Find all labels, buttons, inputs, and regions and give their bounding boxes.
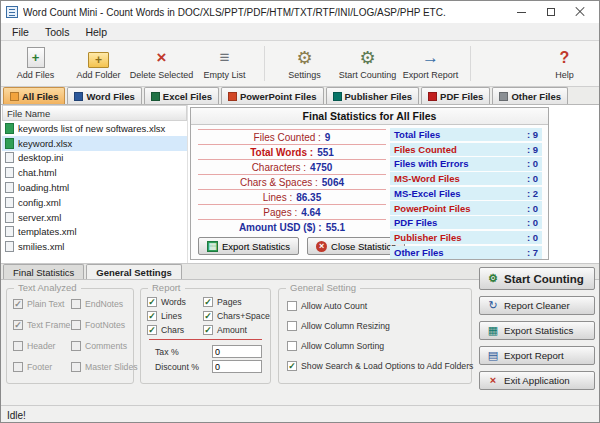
checkbox-amount[interactable]: ✓Amount (203, 325, 270, 335)
file-name: chat.html (18, 167, 57, 178)
list-item[interactable]: keyword.xlsx (2, 136, 187, 151)
report-cleaner-button[interactable]: ↻ Report Cleaner (479, 296, 595, 315)
report-cleaner-label: Report Cleaner (504, 300, 570, 311)
file-name: desktop.ini (18, 152, 63, 163)
checkbox-footnotes[interactable]: FootNotes (71, 320, 138, 330)
maximize-button[interactable] (536, 2, 565, 22)
delete-selected-label: Delete Selected (130, 70, 194, 80)
checkbox-text-frame[interactable]: ✓Text Frame (13, 320, 71, 330)
checkbox-allow-column-sorting[interactable]: Allow Column Sorting (287, 341, 465, 351)
checkbox-master-slides[interactable]: Master Slides (71, 362, 138, 372)
file-icon (5, 182, 14, 193)
tax-label: Tax % (155, 347, 179, 357)
checkbox-box (13, 341, 23, 351)
checkbox-chars-space[interactable]: ✓Chars+Space (203, 311, 270, 321)
help-button[interactable]: ? Help (533, 43, 596, 84)
checkbox-plain-text[interactable]: ✓Plain Text (13, 299, 71, 309)
start-counting-icon: ⚙ (356, 46, 380, 69)
list-item[interactable]: loading.html (2, 180, 187, 195)
action-buttons: ⚙ Start Counting ↻ Report Cleaner ▦ Expo… (479, 267, 595, 390)
app-window: Word Count Mini - Count Words in DOC/XLS… (0, 0, 600, 423)
export-statistics-action-button[interactable]: ▦ Export Statistics (479, 321, 595, 340)
toolbar-separator (264, 46, 265, 81)
export-report-action-button[interactable]: ▤ Export Report (479, 346, 595, 365)
close-statistics-icon: × (316, 241, 327, 252)
export-statistics-button[interactable]: ▦ Export Statistics (198, 237, 299, 255)
start-counting-action-button[interactable]: ⚙ Start Counting (479, 267, 595, 290)
file-type-stat-row: Total Files: 9 (390, 128, 542, 141)
status-text: Idle! (7, 410, 26, 421)
file-type-stat-row: Files Counted: 9 (390, 143, 542, 156)
export-report-button[interactable]: → Export Report (399, 43, 462, 84)
tax-input[interactable] (212, 345, 262, 358)
tab-label: Other Files (511, 91, 561, 102)
empty-list-icon: ≡ (213, 46, 237, 69)
start-counting-icon: ⚙ (487, 273, 499, 284)
checkbox-box: ✓ (203, 297, 213, 307)
tab-pdf-files[interactable]: PDF Files (421, 87, 490, 104)
checkbox-endnotes[interactable]: EndNotes (71, 299, 138, 309)
stat-row: Total Words :551 (198, 145, 386, 160)
add-files-button[interactable]: + Add Files (4, 43, 67, 84)
excel-file-icon (5, 123, 14, 134)
gear-icon: ⚙ (293, 46, 317, 69)
word-icon (74, 92, 83, 101)
excel-file-icon (5, 138, 14, 149)
checkbox-comments[interactable]: Comments (71, 341, 138, 351)
list-item[interactable]: chat.html (2, 165, 187, 180)
delete-selected-button[interactable]: × Delete Selected (130, 43, 193, 84)
list-item[interactable]: keywords list of new softwares.xlsx (2, 121, 187, 136)
discount-input[interactable] (212, 360, 262, 373)
tab-powerpoint-files[interactable]: PowerPoint Files (221, 87, 324, 104)
list-item[interactable]: server.xml (2, 210, 187, 225)
tax-row: Tax % (141, 343, 270, 358)
list-item[interactable]: config.xml (2, 195, 187, 210)
minimize-button[interactable] (507, 2, 536, 22)
file-name: loading.html (18, 182, 69, 193)
tab-final-statistics[interactable]: Final Statistics (3, 264, 84, 279)
settings-button[interactable]: ⚙ Settings (273, 43, 336, 84)
checkbox-box: ✓ (287, 361, 297, 371)
report-group: Report ✓Words ✓Pages ✓Lines ✓Chars+Space… (140, 288, 271, 384)
empty-list-button[interactable]: ≡ Empty List (193, 43, 256, 84)
checkbox-words[interactable]: ✓Words (147, 297, 203, 307)
tab-word-files[interactable]: Word Files (67, 87, 141, 104)
toolbar-spacer (479, 43, 533, 84)
tab-label: PowerPoint Files (240, 91, 317, 102)
menu-help[interactable]: Help (77, 24, 115, 40)
tab-label: PDF Files (440, 91, 483, 102)
checkbox-allow-auto-count[interactable]: Allow Auto Count (287, 301, 465, 311)
file-name: keyword.xlsx (18, 138, 72, 149)
tab-all-files[interactable]: All Files (3, 87, 65, 104)
list-item[interactable]: templates.xml (2, 225, 187, 240)
checkbox-box: ✓ (147, 325, 157, 335)
file-name: smilies.xml (18, 241, 64, 252)
tab-other-files[interactable]: Other Files (492, 87, 568, 104)
tab-general-settings[interactable]: General Settings (86, 264, 182, 279)
add-file-icon: + (27, 47, 45, 68)
list-item[interactable]: smilies.xml (2, 239, 187, 254)
file-type-statistics: Total Files: 9 Files Counted: 9 Files wi… (390, 128, 542, 259)
tab-label: Word Files (86, 91, 134, 102)
checkbox-lines[interactable]: ✓Lines (147, 311, 203, 321)
tab-publisher-files[interactable]: Publisher Files (326, 87, 420, 104)
checkbox-pages[interactable]: ✓Pages (203, 297, 270, 307)
checkbox-footer[interactable]: Footer (13, 362, 71, 372)
file-list-header[interactable]: File Name (2, 105, 187, 121)
menu-file[interactable]: File (4, 24, 37, 40)
text-analyzed-group: Text Analyzed ✓Plain Text EndNotes ✓Text… (6, 288, 134, 384)
tab-excel-files[interactable]: Excel Files (144, 87, 219, 104)
checkbox-header[interactable]: Header (13, 341, 71, 351)
checkbox-chars[interactable]: ✓Chars (147, 325, 203, 335)
checkbox-allow-column-resizing[interactable]: Allow Column Resizing (287, 321, 465, 331)
checkbox-box (71, 320, 81, 330)
checkbox-show-search-load-options[interactable]: ✓Show Search & Load Options to Add Folde… (287, 361, 465, 371)
add-folder-button[interactable]: + Add Folder (67, 43, 130, 84)
list-item[interactable]: desktop.ini (2, 151, 187, 166)
start-counting-button[interactable]: ⚙ Start Counting (336, 43, 399, 84)
exit-application-button[interactable]: × Exit Application (479, 371, 595, 390)
file-name: server.xml (18, 212, 61, 223)
menu-tools[interactable]: Tools (37, 24, 78, 40)
close-button[interactable] (565, 2, 594, 22)
file-icon (5, 167, 14, 178)
